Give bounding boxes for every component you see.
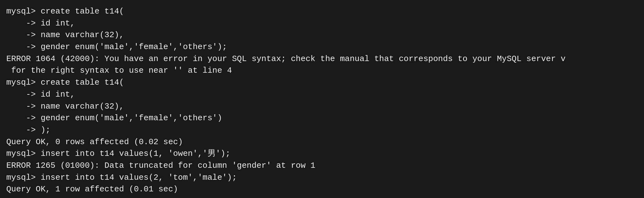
- terminal-line-9: -> name varchar(32),: [6, 101, 638, 113]
- terminal-line-11: -> );: [6, 124, 638, 136]
- terminal-line-6: for the right syntax to use near '' at l…: [6, 65, 638, 77]
- terminal-line-3: -> name varchar(32),: [6, 29, 638, 41]
- terminal-line-8: -> id int,: [6, 89, 638, 101]
- terminal-window: mysql> create table t14( -> id int, -> n…: [0, 0, 644, 198]
- terminal-line-14: mysql> insert into t14 values(1, 'owen',…: [6, 148, 638, 160]
- terminal-line-16: mysql> insert into t14 values(2, 'tom','…: [6, 172, 638, 184]
- terminal-line-2: -> id int,: [6, 18, 638, 30]
- terminal-line-4: -> gender enum('male','female','others')…: [6, 41, 638, 53]
- terminal-line-5: ERROR 1064 (42000): You have an error in…: [6, 53, 638, 65]
- terminal-line-17: Query OK, 1 row affected (0.01 sec): [6, 184, 638, 195]
- terminal-line-7: mysql> create table t14(: [6, 77, 638, 89]
- terminal-line-1: mysql> create table t14(: [6, 6, 638, 18]
- terminal-line-12: Query OK, 0 rows affected (0.02 sec): [6, 136, 638, 148]
- terminal-line-15: ERROR 1265 (01000): Data truncated for c…: [6, 160, 638, 172]
- terminal-line-10: -> gender enum('male','female','others'): [6, 112, 638, 124]
